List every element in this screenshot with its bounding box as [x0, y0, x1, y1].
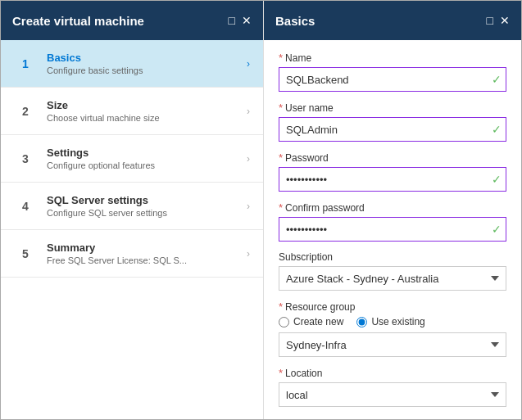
- step-chevron-5: ›: [247, 248, 250, 260]
- steps-list: 1 Basics Configure basic settings › 2 Si…: [1, 40, 263, 419]
- step-subtitle-3: Configure optional features: [47, 160, 247, 170]
- step-title-5: Summary: [47, 242, 247, 254]
- step-content-4: SQL Server settings Configure SQL server…: [47, 194, 247, 218]
- confirm-password-required-star: *: [279, 201, 283, 214]
- resource-group-select-wrapper: Sydney-Infra: [279, 332, 506, 357]
- step-title-3: Settings: [47, 147, 247, 159]
- resource-group-select[interactable]: Sydney-Infra: [279, 332, 506, 357]
- name-field-group: * Name ✓: [279, 52, 506, 92]
- step-item-3[interactable]: 3 Settings Configure optional features ›: [1, 135, 263, 183]
- resource-group-use-existing-option[interactable]: Use existing: [356, 316, 424, 327]
- username-input-wrapper: ✓: [279, 117, 506, 142]
- username-input[interactable]: [279, 117, 506, 142]
- step-item-2[interactable]: 2 Size Choose virtual machine size ›: [1, 88, 263, 135]
- step-title-2: Size: [47, 99, 247, 111]
- step-number-5: 5: [14, 242, 37, 265]
- step-content-2: Size Choose virtual machine size: [47, 99, 247, 123]
- subscription-select[interactable]: Azure Stack - Sydney - Australia: [279, 266, 506, 291]
- password-input[interactable]: [279, 167, 506, 192]
- resource-group-options: Create new Use existing: [279, 316, 506, 327]
- resource-group-create-new-option[interactable]: Create new: [279, 316, 343, 327]
- right-header: Basics □ ✕: [264, 1, 521, 40]
- step-chevron-3: ›: [247, 153, 250, 165]
- resource-group-use-existing-label: Use existing: [371, 316, 424, 327]
- resource-group-use-existing-radio[interactable]: [356, 317, 367, 327]
- right-content: * Name ✓ * User name ✓: [264, 40, 521, 419]
- step-number-2: 2: [14, 100, 37, 123]
- left-panel-title: Create virtual machine: [12, 14, 144, 28]
- subscription-field-group: Subscription Azure Stack - Sydney - Aust…: [279, 251, 506, 291]
- location-field-group: * Location local: [279, 367, 506, 407]
- confirm-password-field-group: * Confirm password ✓: [279, 201, 506, 242]
- right-close-button[interactable]: ✕: [500, 15, 510, 26]
- step-subtitle-5: Free SQL Server License: SQL S...: [47, 255, 247, 265]
- location-label: * Location: [279, 367, 506, 379]
- left-header: Create virtual machine □ ✕: [1, 1, 263, 40]
- step-subtitle-2: Choose virtual machine size: [47, 113, 247, 123]
- username-label: * User name: [279, 102, 506, 114]
- username-required-star: *: [279, 102, 283, 114]
- right-panel-title: Basics: [275, 14, 315, 28]
- location-required-star: *: [279, 367, 283, 379]
- step-chevron-4: ›: [247, 201, 250, 212]
- step-item-5[interactable]: 5 Summary Free SQL Server License: SQL S…: [1, 230, 263, 278]
- resource-group-label: * Resource group: [279, 300, 506, 313]
- confirm-password-input[interactable]: [279, 217, 506, 242]
- left-close-button[interactable]: ✕: [242, 15, 252, 26]
- password-required-star: *: [279, 151, 283, 164]
- right-panel: Basics □ ✕ * Name ✓ *: [263, 1, 521, 419]
- right-minimize-button[interactable]: □: [487, 15, 493, 26]
- step-number-4: 4: [14, 195, 37, 218]
- step-number-3: 3: [14, 147, 37, 170]
- password-input-wrapper: ✓: [279, 167, 506, 192]
- step-content-1: Basics Configure basic settings: [47, 52, 247, 75]
- step-item-4[interactable]: 4 SQL Server settings Configure SQL serv…: [1, 183, 263, 230]
- location-select-wrapper: local: [279, 382, 506, 407]
- right-header-icons: □ ✕: [487, 15, 510, 26]
- step-item-1[interactable]: 1 Basics Configure basic settings ›: [1, 40, 263, 88]
- left-panel: Create virtual machine □ ✕ 1 Basics Conf…: [1, 1, 263, 419]
- left-minimize-button[interactable]: □: [229, 15, 235, 26]
- step-subtitle-4: Configure SQL server settings: [47, 208, 247, 218]
- step-chevron-2: ›: [247, 106, 250, 117]
- step-chevron-1: ›: [247, 58, 250, 70]
- location-select[interactable]: local: [279, 382, 506, 407]
- resource-group-create-new-radio[interactable]: [279, 317, 289, 327]
- name-required-star: *: [279, 52, 283, 64]
- step-subtitle-1: Configure basic settings: [47, 65, 247, 75]
- password-field-group: * Password ✓: [279, 151, 506, 192]
- step-content-5: Summary Free SQL Server License: SQL S..…: [47, 242, 247, 265]
- subscription-label: Subscription: [279, 251, 506, 263]
- name-input[interactable]: [279, 67, 506, 92]
- resource-group-field-group: * Resource group Create new Use existing: [279, 300, 506, 357]
- left-header-icons: □ ✕: [229, 15, 252, 26]
- username-field-group: * User name ✓: [279, 102, 506, 142]
- resource-group-required-star: *: [279, 300, 283, 313]
- step-number-1: 1: [14, 52, 37, 75]
- name-label: * Name: [279, 52, 506, 64]
- confirm-password-input-wrapper: ✓: [279, 217, 506, 242]
- password-label: * Password: [279, 151, 506, 164]
- step-title-4: SQL Server settings: [47, 194, 247, 206]
- confirm-password-label: * Confirm password: [279, 201, 506, 214]
- step-content-3: Settings Configure optional features: [47, 147, 247, 170]
- subscription-select-wrapper: Azure Stack - Sydney - Australia: [279, 266, 506, 291]
- name-input-wrapper: ✓: [279, 67, 506, 92]
- resource-group-create-new-label: Create new: [293, 316, 343, 327]
- step-title-1: Basics: [47, 52, 247, 64]
- dialog-container: Create virtual machine □ ✕ 1 Basics Conf…: [0, 0, 522, 420]
